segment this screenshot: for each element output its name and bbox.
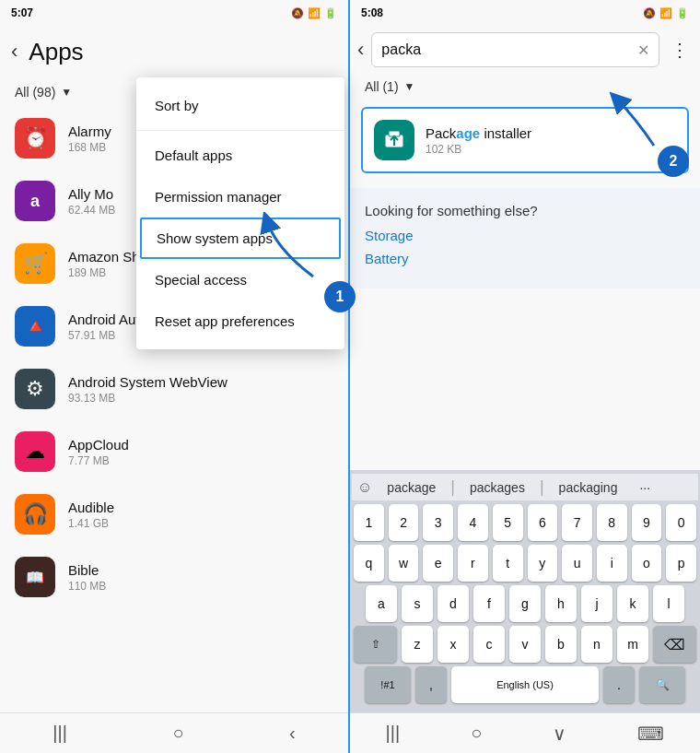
key-3[interactable]: 3: [423, 504, 453, 541]
key-w[interactable]: w: [389, 545, 419, 582]
right-panel: 5:08 🔕 📶 🔋 ‹ packa ✕ ⋮ All (1) ▼: [350, 0, 700, 753]
left-filter-dropdown[interactable]: ▼: [61, 86, 72, 99]
key-c[interactable]: c: [473, 626, 505, 663]
result-name-highlight: age: [456, 125, 480, 141]
key-v[interactable]: v: [509, 626, 541, 663]
battery-link[interactable]: Battery: [365, 251, 685, 266]
suggestion-packages[interactable]: packages: [462, 478, 532, 497]
key-4[interactable]: 4: [458, 504, 488, 541]
key-1[interactable]: 1: [354, 504, 384, 541]
right-status-bar: 5:08 🔕 📶 🔋: [350, 0, 700, 26]
key-k[interactable]: k: [617, 585, 648, 622]
key-j[interactable]: j: [581, 585, 612, 622]
asdf-row: a s d f g h j k l: [354, 585, 696, 622]
key-l[interactable]: l: [653, 585, 684, 622]
key-period[interactable]: .: [603, 666, 635, 703]
key-6[interactable]: 6: [528, 504, 558, 541]
result-icon-package-installer: [374, 120, 414, 160]
key-x[interactable]: x: [438, 626, 469, 663]
key-9[interactable]: 9: [632, 504, 662, 541]
app-item-audible[interactable]: 🎧 Audible 1.41 GB: [0, 483, 348, 546]
left-time: 5:07: [11, 6, 33, 19]
menu-default-apps[interactable]: Default apps: [136, 135, 344, 176]
key-q[interactable]: q: [354, 545, 384, 582]
menu-permission-manager[interactable]: Permission manager: [136, 176, 344, 218]
key-backspace[interactable]: ⌫: [653, 626, 696, 663]
search-box[interactable]: packa ✕: [371, 32, 659, 67]
left-status-bar: 5:07 🔕 📶 🔋: [0, 0, 348, 26]
key-p[interactable]: p: [666, 545, 696, 582]
app-info-alarmy: Alarmy 168 MB: [68, 124, 111, 154]
key-shift[interactable]: ⇧: [354, 626, 397, 663]
key-i[interactable]: i: [597, 545, 627, 582]
key-space[interactable]: English (US): [451, 666, 599, 703]
right-top-bar: ‹ packa ✕ ⋮: [350, 26, 700, 74]
menu-show-system-apps[interactable]: Show system apps: [140, 218, 341, 259]
right-nav-home[interactable]: ○: [471, 723, 482, 744]
key-0[interactable]: 0: [666, 504, 696, 541]
app-icon-amazon: 🛒: [15, 243, 55, 284]
zxcv-row: ⇧ z x c v b n m ⌫: [354, 626, 696, 663]
right-nav-keyboard[interactable]: ⌨: [637, 723, 664, 745]
bottom-row: !#1 , English (US) . 🔍: [354, 666, 696, 703]
storage-link[interactable]: Storage: [365, 228, 685, 243]
key-2[interactable]: 2: [389, 504, 419, 541]
right-filter-label: All (1): [365, 79, 399, 94]
right-nav-back[interactable]: ∨: [553, 723, 566, 745]
key-n[interactable]: n: [581, 626, 612, 663]
key-comma[interactable]: ,: [415, 666, 447, 703]
app-icon-appcloud: ☁: [15, 431, 55, 472]
left-nav-back[interactable]: ‹: [289, 723, 296, 744]
key-o[interactable]: o: [632, 545, 662, 582]
result-item-package-installer[interactable]: Package installer 102 KB: [361, 107, 689, 173]
key-a[interactable]: a: [366, 585, 397, 622]
key-search[interactable]: 🔍: [639, 666, 685, 703]
suggestions-row: ☺ package | packages | packaging ···: [352, 474, 698, 500]
key-d[interactable]: d: [438, 585, 469, 622]
result-size: 102 KB: [426, 143, 531, 156]
key-t[interactable]: t: [493, 545, 523, 582]
page-title: Apps: [29, 38, 337, 66]
key-5[interactable]: 5: [493, 504, 523, 541]
menu-sort-by[interactable]: Sort by: [136, 85, 344, 126]
right-back-button[interactable]: ‹: [357, 38, 364, 62]
right-nav-menu[interactable]: |||: [386, 723, 401, 744]
left-filter-label: All (98): [15, 85, 55, 100]
looking-title: Looking for something else?: [365, 203, 685, 218]
key-8[interactable]: 8: [597, 504, 627, 541]
right-filter-bar: All (1) ▼: [350, 74, 700, 100]
key-r[interactable]: r: [458, 545, 488, 582]
suggestion-packaging[interactable]: packaging: [552, 478, 625, 497]
app-info-audible: Audible 1.41 GB: [68, 500, 114, 530]
annotation-circle-2: 2: [658, 146, 689, 177]
left-back-button[interactable]: ‹: [11, 40, 18, 64]
menu-special-access[interactable]: Special access: [136, 259, 344, 300]
key-y[interactable]: y: [528, 545, 558, 582]
number-row: 1 2 3 4 5 6 7 8 9 0: [354, 504, 696, 541]
key-b[interactable]: b: [545, 626, 577, 663]
key-z[interactable]: z: [402, 626, 433, 663]
search-clear-button[interactable]: ✕: [637, 41, 649, 59]
app-icon-alarmy: ⏰: [15, 118, 55, 159]
left-nav-menu[interactable]: |||: [52, 723, 67, 744]
more-suggestions[interactable]: ···: [632, 478, 658, 497]
app-info-ally: Ally Mo 62.44 MB: [68, 186, 115, 217]
left-nav-home[interactable]: ○: [172, 723, 183, 744]
key-u[interactable]: u: [562, 545, 592, 582]
menu-reset-app-preferences[interactable]: Reset app preferences: [136, 300, 344, 342]
key-m[interactable]: m: [617, 626, 648, 663]
more-options-button[interactable]: ⋮: [667, 35, 693, 65]
app-icon-android-auto: 🔺: [15, 306, 55, 347]
key-h[interactable]: h: [545, 585, 577, 622]
key-f[interactable]: f: [473, 585, 505, 622]
app-item-appcloud[interactable]: ☁ AppCloud 7.77 MB: [0, 420, 348, 483]
key-special[interactable]: !#1: [365, 666, 411, 703]
key-g[interactable]: g: [509, 585, 541, 622]
key-s[interactable]: s: [402, 585, 433, 622]
right-filter-dropdown[interactable]: ▼: [404, 80, 415, 93]
key-7[interactable]: 7: [562, 504, 592, 541]
app-item-bible[interactable]: 📖 Bible 110 MB: [0, 546, 348, 608]
key-e[interactable]: e: [423, 545, 453, 582]
suggestion-package[interactable]: package: [379, 478, 443, 497]
app-item-webview[interactable]: ⚙ Android System WebView 93.13 MB: [0, 358, 348, 420]
